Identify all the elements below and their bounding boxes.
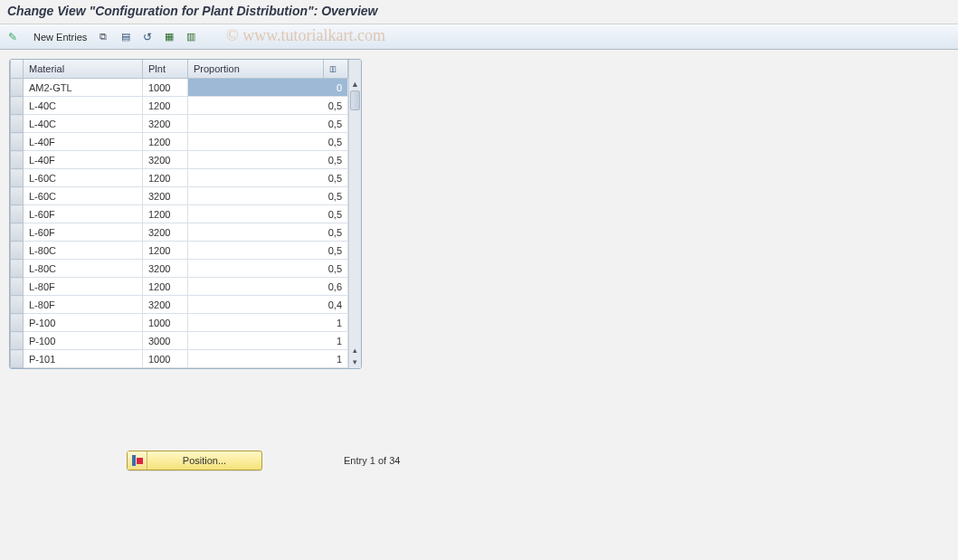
deselect-all-button[interactable]	[184, 28, 202, 46]
entry-counter: Entry 1 of 34	[344, 455, 400, 466]
select-all-header[interactable]	[11, 60, 24, 79]
row-selector[interactable]	[11, 260, 24, 278]
cell-proportion[interactable]: 0,5	[188, 169, 348, 187]
cell-plnt[interactable]: 1000	[143, 350, 188, 368]
row-selector[interactable]	[11, 223, 24, 242]
table-row[interactable]: P-10030001	[11, 332, 348, 350]
cell-proportion[interactable]: 0,6	[188, 278, 348, 296]
row-selector[interactable]	[11, 133, 24, 151]
row-selector[interactable]	[11, 278, 24, 296]
row-selector[interactable]	[11, 332, 24, 350]
save-button[interactable]	[119, 28, 137, 46]
row-selector[interactable]	[11, 314, 24, 332]
cell-plnt[interactable]: 3000	[143, 332, 188, 350]
table-row[interactable]: L-40F12000,5	[11, 133, 348, 151]
cell-plnt[interactable]: 3200	[143, 296, 188, 314]
row-selector[interactable]	[11, 296, 24, 314]
configure-columns-button[interactable]	[324, 60, 348, 79]
cell-proportion[interactable]: 0,5	[188, 187, 348, 205]
undo-button[interactable]	[140, 28, 158, 46]
row-selector[interactable]	[11, 350, 24, 368]
cell-material[interactable]: L-80F	[24, 278, 143, 296]
table-row[interactable]: AM2-GTL10000	[11, 79, 348, 97]
cell-proportion[interactable]: 0,5	[188, 223, 348, 242]
column-plnt[interactable]: Plnt	[143, 60, 188, 79]
row-selector[interactable]	[11, 151, 24, 169]
scroll-down-small[interactable]: ▴	[350, 345, 361, 356]
cell-material[interactable]: L-40F	[24, 133, 143, 151]
cell-proportion[interactable]: 0,5	[188, 97, 348, 115]
table-row[interactable]: L-40F32000,5	[11, 151, 348, 169]
cell-plnt[interactable]: 1200	[143, 242, 188, 260]
scroll-thumb[interactable]	[350, 90, 360, 110]
table-row[interactable]: L-80C12000,5	[11, 242, 348, 260]
row-selector[interactable]	[11, 79, 24, 97]
cell-material[interactable]: L-80F	[24, 296, 143, 314]
table-row[interactable]: L-80C32000,5	[11, 260, 348, 278]
cell-plnt[interactable]: 1000	[143, 314, 188, 332]
cell-material[interactable]: L-40F	[24, 151, 143, 169]
cell-plnt[interactable]: 1200	[143, 133, 188, 151]
column-material[interactable]: Material	[24, 60, 143, 79]
table-row[interactable]: L-60F32000,5	[11, 223, 348, 242]
table-row[interactable]: L-60C32000,5	[11, 187, 348, 205]
row-selector[interactable]	[11, 169, 24, 187]
cell-plnt[interactable]: 3200	[143, 151, 188, 169]
cell-proportion[interactable]: 0,5	[188, 151, 348, 169]
cell-plnt[interactable]: 3200	[143, 260, 188, 278]
position-button[interactable]: Position...	[127, 451, 262, 470]
cell-material[interactable]: P-100	[24, 332, 143, 350]
cell-material[interactable]: P-100	[24, 314, 143, 332]
scroll-down-arrow[interactable]: ▾	[350, 356, 361, 368]
change-button[interactable]	[5, 28, 24, 46]
scroll-up-arrow[interactable]: ▲	[350, 78, 361, 90]
cell-material[interactable]: L-80C	[24, 242, 143, 260]
cell-plnt[interactable]: 1200	[143, 278, 188, 296]
scroll-track[interactable]	[349, 90, 361, 345]
cell-material[interactable]: L-60C	[24, 187, 143, 205]
row-selector[interactable]	[11, 115, 24, 133]
table-row[interactable]: P-10010001	[11, 314, 348, 332]
select-all-button[interactable]	[162, 28, 180, 46]
vertical-scrollbar[interactable]: ▲ ▴ ▾	[348, 60, 361, 368]
cell-material[interactable]: L-40C	[24, 115, 143, 133]
cell-plnt[interactable]: 1200	[143, 205, 188, 223]
new-entries-button[interactable]: New Entries	[27, 28, 93, 46]
row-selector[interactable]	[11, 205, 24, 223]
column-proportion[interactable]: Proportion	[188, 60, 324, 79]
cell-proportion[interactable]: 1	[188, 332, 348, 350]
cell-proportion[interactable]: 0,5	[188, 260, 348, 278]
row-selector[interactable]	[11, 97, 24, 115]
table-row[interactable]: L-80F32000,4	[11, 296, 348, 314]
row-selector[interactable]	[11, 242, 24, 260]
cell-proportion[interactable]: 0,4	[188, 296, 348, 314]
cell-proportion[interactable]: 0,5	[188, 133, 348, 151]
cell-material[interactable]: P-101	[24, 350, 143, 368]
cell-material[interactable]: L-60F	[24, 223, 143, 242]
cell-proportion[interactable]: 1	[188, 350, 348, 368]
cell-proportion[interactable]: 0,5	[188, 115, 348, 133]
cell-plnt[interactable]: 3200	[143, 223, 188, 242]
table-row[interactable]: L-60F12000,5	[11, 205, 348, 223]
cell-material[interactable]: AM2-GTL	[24, 79, 143, 97]
cell-material[interactable]: L-60C	[24, 169, 143, 187]
cell-plnt[interactable]: 1200	[143, 169, 188, 187]
cell-plnt[interactable]: 3200	[143, 187, 188, 205]
table-row[interactable]: L-40C12000,5	[11, 97, 348, 115]
cell-material[interactable]: L-80C	[24, 260, 143, 278]
row-selector[interactable]	[11, 187, 24, 205]
cell-proportion[interactable]: 0	[188, 79, 348, 97]
copy-button[interactable]	[97, 28, 115, 46]
cell-material[interactable]: L-40C	[24, 97, 143, 115]
table-row[interactable]: P-10110001	[11, 350, 348, 368]
cell-plnt[interactable]: 1200	[143, 97, 188, 115]
cell-proportion[interactable]: 0,5	[188, 242, 348, 260]
cell-plnt[interactable]: 3200	[143, 115, 188, 133]
cell-proportion[interactable]: 0,5	[188, 205, 348, 223]
cell-material[interactable]: L-60F	[24, 205, 143, 223]
table-row[interactable]: L-80F12000,6	[11, 278, 348, 296]
table-row[interactable]: L-60C12000,5	[11, 169, 348, 187]
table-row[interactable]: L-40C32000,5	[11, 115, 348, 133]
cell-plnt[interactable]: 1000	[143, 79, 188, 97]
cell-proportion[interactable]: 1	[188, 314, 348, 332]
